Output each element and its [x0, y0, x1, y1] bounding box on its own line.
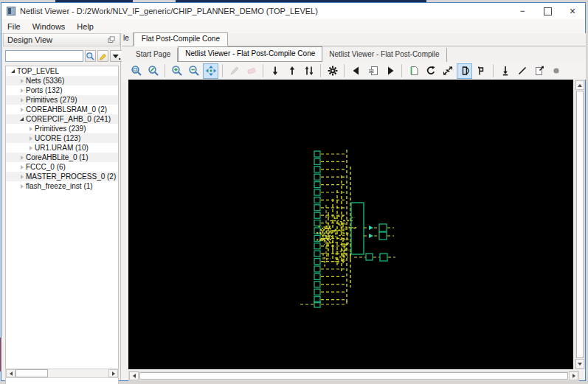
- previous-sheet-button[interactable]: [348, 63, 364, 79]
- triangle-left-icon: [350, 65, 362, 77]
- doc-tab-clipped[interactable]: le: [122, 32, 134, 46]
- collapsed-arrow-icon[interactable]: [18, 98, 26, 102]
- scroll-up-button[interactable]: [575, 80, 584, 90]
- tree-item-ports-132[interactable]: Ports (132): [6, 85, 118, 95]
- tree-item-label: COREAHBLSRAM_0 (2): [26, 105, 107, 114]
- canvas-vertical-scrollbar[interactable]: [575, 80, 585, 369]
- zoom-window-button[interactable]: [128, 63, 144, 79]
- canvas-horizontal-scrollbar[interactable]: [128, 371, 579, 381]
- menu-item-file[interactable]: File: [1, 21, 27, 32]
- collapsed-arrow-icon[interactable]: [27, 146, 35, 150]
- filter-dropdown-icon: [111, 52, 122, 61]
- settings-button[interactable]: [325, 63, 340, 79]
- collapsed-arrow-icon[interactable]: [18, 79, 26, 83]
- search-row: [5, 49, 119, 63]
- float-panel-button[interactable]: [106, 35, 117, 45]
- scroll-down-button[interactable]: [575, 359, 584, 369]
- arrow-up-icon: [286, 65, 298, 77]
- scroll-right-button[interactable]: [569, 371, 578, 380]
- tree-item-fccc-0-6[interactable]: FCCC_0 (6): [6, 162, 118, 172]
- tree-item-coreahblsram-0-2[interactable]: COREAHBLSRAM_0 (2): [6, 105, 118, 114]
- orthogonal-route-button[interactable]: [474, 63, 489, 79]
- collapsed-arrow-icon[interactable]: [18, 184, 26, 189]
- arrow-down-icon: [269, 65, 281, 77]
- cone-view-button[interactable]: [457, 63, 472, 79]
- doc-tab-active[interactable]: Flat Post-Compile Cone: [134, 32, 228, 46]
- collapsed-arrow-icon[interactable]: [18, 88, 26, 93]
- eraser-icon: [246, 65, 257, 77]
- collapsed-arrow-icon[interactable]: [18, 156, 26, 160]
- tree-item-label: Nets (5336): [26, 77, 64, 85]
- design-tree: TOP_LEVELNets (5336)Ports (132)Primitive…: [5, 66, 119, 384]
- zoom-in-button[interactable]: [169, 63, 184, 79]
- tree-item-master-process-0-2[interactable]: MASTER_PROCESS_0 (2): [6, 172, 118, 181]
- pan-tool-button[interactable]: [203, 63, 218, 79]
- app-icon: [7, 7, 15, 15]
- maximize-button[interactable]: [535, 3, 560, 19]
- export-sheet-button[interactable]: [531, 63, 547, 79]
- reload-button[interactable]: [423, 63, 438, 79]
- rotate-icon: [425, 65, 437, 77]
- expanded-arrow-icon[interactable]: [9, 69, 17, 73]
- collapsed-arrow-icon[interactable]: [18, 108, 26, 112]
- ortho-icon: [476, 65, 488, 77]
- scroll-left-button[interactable]: [6, 369, 15, 377]
- tree-item-flash-freeze-inst-1[interactable]: flash_freeze_inst (1): [6, 181, 118, 191]
- minimize-button[interactable]: −: [510, 3, 535, 19]
- toolbar: [122, 62, 586, 80]
- tree-item-nets-5336[interactable]: Nets (5336): [6, 76, 118, 85]
- cone-icon: [459, 65, 471, 77]
- highlight-button[interactable]: [97, 50, 108, 62]
- collapsed-arrow-icon[interactable]: [18, 175, 26, 179]
- record-dot-button[interactable]: [548, 63, 564, 79]
- dot-icon: [550, 65, 562, 77]
- toolbar-separator: [493, 64, 494, 77]
- search-input[interactable]: [5, 50, 83, 62]
- tree-item-primitives-279[interactable]: Primitives (279): [6, 95, 118, 105]
- scroll-right-button[interactable]: [108, 369, 118, 377]
- draw-line-button[interactable]: [514, 63, 530, 79]
- push-pop-button[interactable]: [301, 63, 317, 79]
- scroll-thumb[interactable]: [15, 369, 48, 377]
- tree-item-label: Primitives (279): [26, 96, 77, 104]
- eraser-button[interactable]: [243, 63, 259, 79]
- panel-horizontal-scrollbar[interactable]: [5, 369, 119, 378]
- tree-item-top-level[interactable]: TOP_LEVEL: [6, 66, 118, 76]
- collapse-view-button[interactable]: [440, 63, 455, 79]
- close-button[interactable]: ×: [560, 3, 585, 19]
- view-tab-start-page[interactable]: Start Page: [129, 48, 178, 62]
- view-tab-netlist-viewer-flat-post-compile-cone[interactable]: Netlist Viewer - Flat Post-Compile Cone: [178, 46, 322, 62]
- menu-item-windows[interactable]: Windows: [27, 21, 72, 32]
- search-button[interactable]: [85, 50, 96, 62]
- collapsed-arrow-icon[interactable]: [27, 136, 35, 141]
- toolbar-separator: [401, 64, 402, 77]
- tree-item-ur1-uram-10[interactable]: UR1.URAM (10): [6, 143, 118, 153]
- tree-item-corepcif-ahb-0-241[interactable]: COREPCIF_AHB_0 (241): [6, 114, 118, 124]
- tree-item-ucore-123[interactable]: UCORE (123): [6, 133, 118, 143]
- expanded-arrow-icon[interactable]: [18, 117, 26, 121]
- next-sheet-button[interactable]: [382, 63, 398, 79]
- tree-item-label: Primitives (239): [35, 125, 86, 133]
- view-tab-netlist-viewer-flat-post-compile[interactable]: Netlist Viewer - Flat Post-Compile: [322, 48, 446, 62]
- scroll-thumb[interactable]: [139, 372, 568, 380]
- tree-item-label: Ports (132): [26, 86, 62, 94]
- tree-item-primitives-239[interactable]: Primitives (239): [6, 124, 118, 133]
- current-sheet-button[interactable]: [365, 63, 381, 79]
- push-down-button[interactable]: [267, 63, 283, 79]
- probe-down-button[interactable]: [497, 63, 513, 79]
- collapsed-arrow-icon[interactable]: [27, 127, 35, 131]
- schematic-canvas[interactable]: [128, 80, 573, 369]
- scroll-thumb[interactable]: [576, 91, 584, 358]
- collapsed-arrow-icon[interactable]: [18, 165, 26, 170]
- pop-up-button[interactable]: [284, 63, 300, 79]
- zoom-out-button[interactable]: [186, 63, 201, 79]
- menu-item-help[interactable]: Help: [71, 21, 100, 32]
- title-bar: Netlist Viewer - D:/2Work/NLV_IF_generic…: [1, 3, 585, 19]
- scroll-left-button[interactable]: [129, 371, 139, 380]
- new-sheet-button[interactable]: [406, 63, 421, 79]
- filter-dropdown-button[interactable]: [110, 50, 122, 62]
- menu-bar: FileWindowsHelp: [1, 19, 585, 34]
- tree-item-coreahblite-0-1[interactable]: CoreAHBLite_0 (1): [6, 153, 118, 162]
- zoom-fit-button[interactable]: [145, 63, 161, 79]
- edit-pencil-button[interactable]: [226, 63, 242, 79]
